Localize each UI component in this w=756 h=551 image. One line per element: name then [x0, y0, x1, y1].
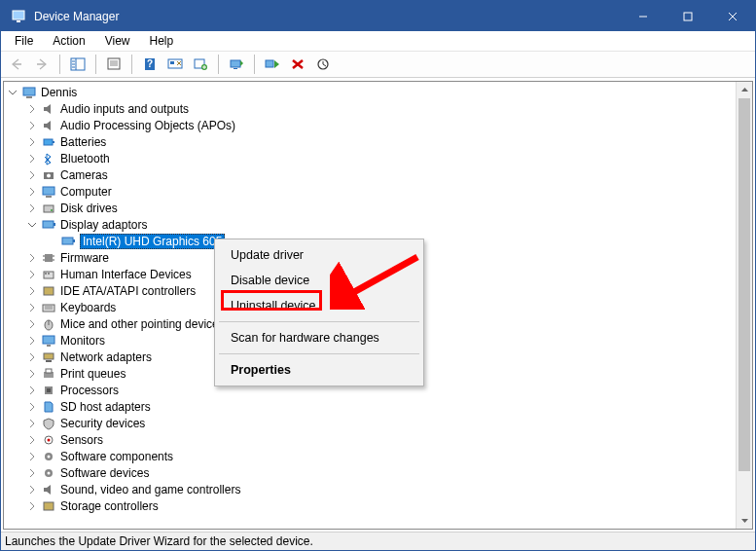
expand-icon[interactable]	[25, 350, 39, 364]
vertical-scrollbar[interactable]	[736, 82, 752, 529]
tree-node-batteries[interactable]: Batteries	[23, 133, 752, 150]
svg-rect-3	[684, 13, 692, 20]
scroll-up-button[interactable]	[737, 82, 752, 98]
node-label: Mice and other pointing devices	[60, 317, 225, 331]
node-label: Audio Processing Objects (APOs)	[60, 119, 235, 132]
toolbar: ?	[1, 52, 755, 78]
menu-view[interactable]: View	[95, 32, 140, 50]
expand-icon[interactable]	[25, 433, 39, 447]
show-hide-tree-button[interactable]	[66, 54, 90, 75]
node-label: Keyboards	[60, 301, 116, 314]
minimize-button[interactable]	[621, 1, 666, 31]
context-scan-hardware[interactable]: Scan for hardware changes	[217, 325, 421, 350]
svg-rect-0	[13, 11, 24, 19]
maximize-button[interactable]	[666, 1, 710, 31]
properties-button[interactable]	[102, 54, 126, 75]
menu-file[interactable]: File	[5, 32, 43, 50]
scroll-down-button[interactable]	[737, 512, 752, 529]
tree-node-cameras[interactable]: Cameras	[23, 166, 752, 183]
svg-rect-6	[13, 63, 21, 65]
close-button[interactable]	[710, 1, 755, 31]
svg-rect-20	[170, 61, 174, 64]
expand-icon[interactable]	[25, 466, 39, 480]
context-update-driver[interactable]: Update driver	[217, 242, 421, 268]
collapse-icon[interactable]	[25, 218, 39, 232]
network-icon	[41, 349, 56, 365]
svg-text:?: ?	[147, 58, 153, 69]
svg-rect-57	[44, 353, 54, 359]
node-label: Firmware	[60, 251, 109, 265]
window-controls	[621, 1, 755, 31]
update-driver-button[interactable]	[225, 54, 248, 75]
node-label: Sound, video and game controllers	[60, 483, 240, 496]
expand-icon[interactable]	[25, 185, 39, 199]
expand-icon[interactable]	[25, 334, 39, 348]
svg-rect-41	[45, 254, 53, 262]
scan-hardware-button[interactable]	[163, 54, 187, 75]
node-label: Software devices	[60, 466, 149, 480]
computer-icon	[21, 85, 37, 100]
back-button[interactable]	[5, 54, 28, 75]
expand-icon[interactable]	[25, 284, 39, 298]
tree-node-audio-apos[interactable]: Audio Processing Objects (APOs)	[23, 117, 752, 133]
tree-node-software-devices[interactable]: Software devices	[23, 464, 752, 481]
help-button[interactable]: ?	[138, 54, 162, 75]
expand-icon[interactable]	[25, 417, 39, 430]
expand-icon[interactable]	[25, 400, 39, 414]
tree-node-storage-controllers[interactable]: Storage controllers	[23, 497, 752, 514]
expand-icon[interactable]	[25, 483, 39, 496]
keyboard-icon	[41, 300, 56, 315]
scrollbar-thumb[interactable]	[738, 98, 750, 471]
node-label: Disk drives	[60, 202, 118, 215]
expand-icon[interactable]	[25, 499, 39, 513]
tree-root[interactable]: Dennis	[4, 84, 752, 100]
tree-node-display-adaptors[interactable]: Display adaptors	[23, 216, 752, 233]
expand-icon[interactable]	[25, 202, 39, 215]
svg-rect-25	[266, 60, 273, 67]
scrollbar-track[interactable]	[737, 98, 752, 512]
svg-rect-28	[26, 96, 32, 98]
expand-icon[interactable]	[25, 450, 39, 463]
expand-icon[interactable]	[25, 384, 39, 397]
add-legacy-hardware-button[interactable]	[189, 54, 212, 75]
svg-rect-7	[37, 63, 46, 65]
context-properties[interactable]: Properties	[217, 357, 421, 383]
cpu-icon	[41, 383, 56, 398]
svg-rect-1	[17, 20, 20, 22]
controller-icon	[41, 498, 56, 514]
printer-icon	[41, 366, 56, 382]
node-label: Cameras	[60, 168, 108, 182]
uninstall-device-button[interactable]	[286, 54, 309, 75]
svg-point-66	[48, 455, 51, 458]
tree-node-computer[interactable]: Computer	[23, 183, 752, 200]
tree-node-sd-host[interactable]: SD host adapters	[23, 398, 752, 415]
tree-node-bluetooth[interactable]: Bluetooth	[23, 150, 752, 166]
expand-icon[interactable]	[25, 251, 39, 265]
node-label: Computer	[60, 185, 112, 199]
annotation-highlight-box	[221, 290, 322, 311]
expand-icon[interactable]	[25, 367, 39, 381]
mouse-icon	[41, 316, 56, 332]
expand-icon[interactable]	[25, 152, 39, 165]
tree-node-security[interactable]: Security devices	[23, 415, 752, 431]
tree-node-disk-drives[interactable]: Disk drives	[23, 200, 752, 216]
expand-icon[interactable]	[25, 135, 39, 149]
expand-icon[interactable]	[25, 168, 39, 182]
collapse-icon[interactable]	[6, 86, 19, 99]
tree-node-software-components[interactable]: Software components	[23, 448, 752, 464]
forward-button[interactable]	[30, 54, 54, 75]
expand-icon[interactable]	[25, 102, 39, 116]
expand-icon[interactable]	[25, 317, 39, 331]
speaker-icon	[41, 118, 56, 133]
expand-icon[interactable]	[25, 119, 39, 132]
svg-rect-58	[46, 360, 52, 362]
tree-node-sensors[interactable]: Sensors	[23, 431, 752, 448]
tree-node-audio-io[interactable]: Audio inputs and outputs	[23, 100, 752, 117]
menu-action[interactable]: Action	[43, 32, 94, 50]
disable-device-button[interactable]	[261, 54, 284, 75]
enable-device-button[interactable]	[311, 54, 335, 75]
menu-help[interactable]: Help	[140, 32, 184, 50]
expand-icon[interactable]	[25, 268, 39, 281]
tree-node-sound-video-game[interactable]: Sound, video and game controllers	[23, 481, 752, 497]
expand-icon[interactable]	[25, 301, 39, 314]
